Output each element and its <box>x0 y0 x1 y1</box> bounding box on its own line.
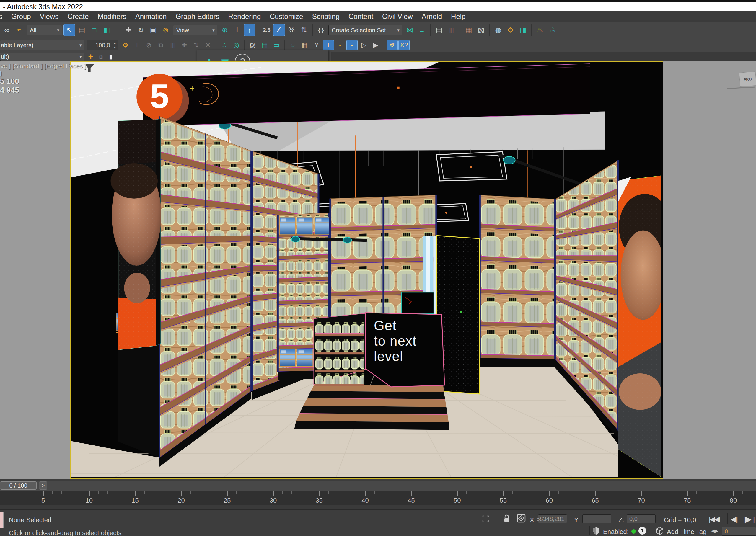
grid-question-icon[interactable]: ▦ <box>299 40 310 50</box>
snap-frozen-icon[interactable]: ❄ <box>387 40 398 50</box>
mirror-icon[interactable]: ⋈ <box>404 24 416 36</box>
selection-filter-dropdown[interactable]: All ▼ <box>27 25 62 35</box>
hide-layer-icon[interactable]: ✕ <box>202 40 214 50</box>
menu-customize[interactable]: Customize <box>265 11 307 22</box>
preset-dropdown[interactable]: ult) ▼ <box>0 52 85 61</box>
menu-views[interactable]: Views <box>35 11 63 22</box>
select-and-link-icon[interactable]: ∞ <box>1 24 13 36</box>
menu-rendering[interactable]: Rendering <box>224 11 265 22</box>
ik-toggle-icon[interactable]: Y <box>311 40 322 50</box>
menu-create[interactable]: Create <box>63 11 93 22</box>
select-object-icon[interactable]: ↖ <box>63 24 75 36</box>
select-by-name-icon[interactable]: ▤ <box>76 24 88 36</box>
add-to-layer-icon[interactable]: ▥ <box>167 40 178 50</box>
key-mode-arrows-icon[interactable]: ◀▶ <box>711 528 718 534</box>
reference-coordinate-dropdown[interactable]: View ▼ <box>173 25 217 35</box>
material-editor-icon[interactable]: ◍ <box>492 24 504 36</box>
render-production-icon[interactable]: ♨ <box>534 24 546 36</box>
snap-x-icon[interactable]: X? <box>398 40 410 50</box>
next-frame-button-2[interactable]: || <box>753 515 755 523</box>
menu-graph-editors[interactable]: Graph Editors <box>171 11 223 22</box>
select-and-rotate-icon[interactable]: ↻ <box>135 24 147 36</box>
align-icon[interactable]: ≡ <box>416 24 428 36</box>
y-coordinate-field[interactable] <box>582 515 611 523</box>
perspective-viewport[interactable]: 5 <box>70 61 663 479</box>
viewport-label[interactable]: ve ] [Standard ] [Edged Faces ] <box>1 63 136 70</box>
key-plus-icon[interactable]: + <box>323 40 334 50</box>
layer-explorer-icon[interactable]: ▥ <box>446 24 458 36</box>
menu-s[interactable]: s <box>0 11 7 22</box>
rendered-frame-icon[interactable]: ◨ <box>517 24 529 36</box>
key-minus-icon[interactable]: - <box>335 40 346 50</box>
circle-dots-icon[interactable]: ◌ <box>287 40 298 50</box>
scene-explorer-icon[interactable]: ▤ <box>433 24 445 36</box>
shield-icon[interactable] <box>593 527 600 536</box>
key-slide-icon[interactable]: - <box>346 40 358 50</box>
collapse-layer-icon[interactable]: ⇅ <box>190 40 202 50</box>
spinner-snap-icon[interactable]: ⇅ <box>298 24 310 36</box>
clone-layer-icon[interactable]: ⧉ <box>155 40 166 50</box>
menu-civil-view[interactable]: Civil View <box>378 11 417 22</box>
render-iterative-icon[interactable]: ♨ <box>547 24 559 36</box>
menu-arnold[interactable]: Arnold <box>417 11 447 22</box>
next-frame-button[interactable]: > <box>39 482 47 490</box>
lock-selection-icon[interactable] <box>504 515 510 523</box>
menu-help[interactable]: Help <box>447 11 470 22</box>
menu-content[interactable]: Content <box>344 11 378 22</box>
menu-group[interactable]: Group <box>7 11 35 22</box>
create-layer-icon[interactable]: + <box>131 40 143 50</box>
dope-sheet-icon[interactable]: ▧ <box>475 24 487 36</box>
isolate-selection-icon[interactable] <box>482 515 490 524</box>
color-swatch-icon[interactable]: ▮ <box>106 52 116 61</box>
previous-frame-button[interactable]: ◀|| <box>731 515 737 523</box>
percent-snap-icon[interactable]: % <box>286 24 297 36</box>
grid-align-icon[interactable]: ▦ <box>259 40 270 50</box>
window-crossing-icon[interactable]: ◧ <box>101 24 113 36</box>
maxscript-mini-listener[interactable] <box>0 512 4 528</box>
bind-to-space-warp-icon[interactable]: ≈ <box>13 24 25 36</box>
select-and-move-icon[interactable]: ✚ <box>122 24 134 36</box>
curve-editor-icon[interactable]: ▦ <box>463 24 475 36</box>
select-in-layer-icon[interactable]: ✚ <box>179 40 190 50</box>
select-and-manipulate-icon[interactable]: ✛ <box>231 24 243 36</box>
x-coordinate-field[interactable]: -58348,281 <box>538 515 567 523</box>
keyboard-override-icon[interactable]: ↑ <box>244 24 256 36</box>
absolute-mode-icon[interactable] <box>517 514 526 524</box>
title-bar[interactable]: - Autodesk 3ds Max 2022 <box>0 2 756 11</box>
selection-set-dropdown[interactable]: Create Selection Set ▼ <box>328 25 402 35</box>
layer-value-spinner[interactable]: 100,0 ▲▼ <box>87 40 118 50</box>
select-and-scale-icon[interactable]: ▣ <box>147 24 159 36</box>
dot-cluster-icon[interactable]: ∴ <box>219 40 230 50</box>
current-frame-field[interactable]: 0 <box>722 527 756 536</box>
delete-layer-icon[interactable]: ⊘ <box>143 40 155 50</box>
arrow-outline-icon[interactable]: ▷ <box>358 40 369 50</box>
add-selection-icon[interactable]: ✚ <box>86 52 95 61</box>
enabled-count-badge[interactable]: 1 <box>638 527 646 535</box>
measure-icon[interactable]: ▭ <box>271 40 282 50</box>
menu-animation[interactable]: Animation <box>131 11 171 22</box>
arrow-solid-icon[interactable]: ▶ <box>370 40 381 50</box>
menu-modifiers[interactable]: Modifiers <box>93 11 130 22</box>
edit-named-sets-icon[interactable]: { } <box>315 24 327 36</box>
soft-selection-icon[interactable]: ▨ <box>247 40 258 50</box>
spinner-arrows-icon[interactable]: ▲▼ <box>112 41 118 50</box>
selection-region-icon[interactable]: □ <box>88 24 100 36</box>
track-bar[interactable]: 5101520253035404550556065707580 <box>0 490 756 506</box>
layers-dropdown[interactable]: able Layers) ▼ <box>0 40 85 50</box>
play-button[interactable]: ▶ <box>745 514 751 524</box>
layer-manager-icon[interactable]: ⚙ <box>120 40 131 50</box>
z-coordinate-field[interactable]: 0,0 <box>627 515 656 523</box>
go-to-start-button[interactable]: |◀◀ <box>709 515 719 523</box>
time-slider-field[interactable]: 0 / 100 <box>0 482 37 490</box>
render-setup-icon[interactable]: ⚙ <box>505 24 517 36</box>
snap-toggle-icon[interactable]: 2.5 <box>261 24 273 36</box>
add-time-tag[interactable]: Add Time Tag <box>667 528 706 536</box>
pivot-target-icon[interactable]: ◎ <box>231 40 242 50</box>
select-and-pivot-icon[interactable]: ⊚ <box>160 24 172 36</box>
layer-list-icon[interactable]: ⧉ <box>96 52 105 61</box>
menu-scripting[interactable]: Scripting <box>308 11 344 22</box>
left-viewport[interactable] <box>0 61 70 479</box>
right-viewport[interactable] <box>663 61 756 479</box>
use-center-icon[interactable]: ⊕ <box>219 24 231 36</box>
angle-snap-icon[interactable]: ∠ <box>273 24 285 36</box>
